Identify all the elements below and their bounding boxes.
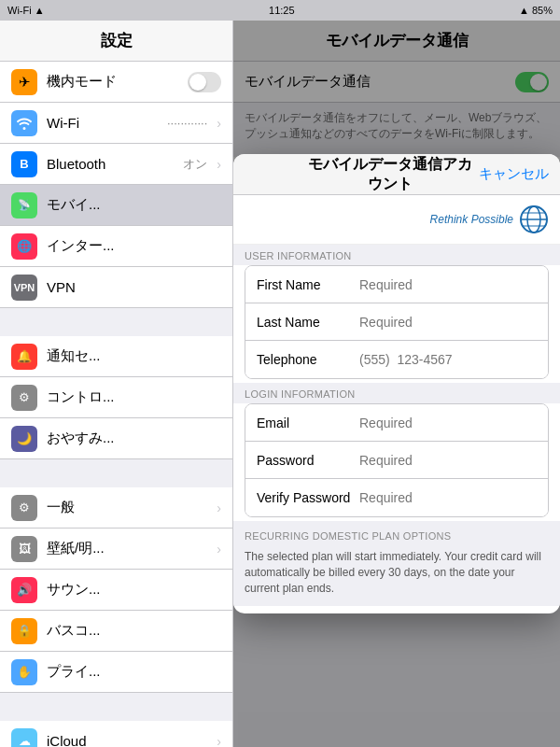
mobile-icon: 📡 <box>11 192 37 218</box>
modal-title: モバイルデータ通信アカウント <box>301 155 479 194</box>
firstname-field[interactable]: First Name <box>245 266 548 303</box>
modal-body: USER INFORMATION First Name Last Name Te… <box>233 245 560 613</box>
password-label: Password <box>257 453 359 468</box>
lastname-field[interactable]: Last Name <box>245 303 548 341</box>
notify-icon: 🔔 <box>11 344 37 370</box>
email-field[interactable]: Email <box>245 404 548 442</box>
sidebar-item-icloud[interactable]: ☁ iCloud › <box>0 721 232 747</box>
lastname-input[interactable] <box>359 315 537 330</box>
telephone-label: Telephone <box>257 352 359 367</box>
att-globe-icon <box>519 204 549 234</box>
status-left: Wi-Fi ▲ <box>7 5 45 16</box>
internet-icon: 🌐 <box>11 233 37 260</box>
section-gap-3 <box>0 693 232 721</box>
sidebar-item-airplane[interactable]: ✈ 機内モード <box>0 62 232 103</box>
bluetooth-icon: B <box>11 151 37 177</box>
wifi-label: Wi-Fi <box>47 115 158 131</box>
general-label: 一般 <box>47 499 207 516</box>
sidebar-item-wallpaper[interactable]: 🖼 壁紙/明... › <box>0 529 232 570</box>
sidebar-item-vpn[interactable]: VPN VPN <box>0 267 232 308</box>
main-content: モバイルデータ通信 モバイルデータ通信 モバイルデータ通信をオフにして、メール、… <box>233 21 560 747</box>
privacy-icon: ✋ <box>11 659 37 685</box>
att-rethink-text: Rethink Possible <box>430 213 513 226</box>
modal-cancel-button[interactable]: キャンセル <box>479 165 549 183</box>
control-icon: ⚙ <box>11 385 37 411</box>
passcode-icon: 🔒 <box>11 618 37 644</box>
icloud-chevron: › <box>217 734 221 748</box>
privacy-label: プライ... <box>47 663 221 681</box>
sidebar-item-dnd[interactable]: 🌙 おやすみ... <box>0 418 232 459</box>
sidebar-item-control[interactable]: ⚙ コントロ... <box>0 377 232 418</box>
telephone-input[interactable] <box>359 352 537 367</box>
general-chevron: › <box>217 500 221 515</box>
recurring-label: RECURRING DOMESTIC PLAN OPTIONS <box>245 525 549 545</box>
airplane-label: 機内モード <box>47 73 178 91</box>
verify-password-label: Verify Password <box>257 490 359 505</box>
modal: モバイルデータ通信アカウント キャンセル Rethink Possible <box>233 154 560 613</box>
wifi-icon: Wi-Fi ▲ <box>7 5 45 16</box>
telephone-field[interactable]: Telephone <box>245 341 548 378</box>
airplane-toggle[interactable] <box>188 72 221 92</box>
bluetooth-value: オン <box>183 156 207 173</box>
section-gap-2 <box>0 459 232 487</box>
password-input[interactable] <box>359 453 537 468</box>
lastname-label: Last Name <box>257 315 359 330</box>
sidebar-item-privacy[interactable]: ✋ プライ... <box>0 652 232 693</box>
dnd-label: おやすみ... <box>47 430 221 447</box>
vpn-label: VPN <box>47 279 221 295</box>
icloud-label: iCloud <box>47 733 207 747</box>
internet-label: インター... <box>47 237 221 255</box>
vpn-icon: VPN <box>11 275 37 301</box>
sidebar: 設定 ✈ 機内モード Wi-Fi ············ › B Blueto… <box>0 21 233 747</box>
sidebar-item-sound[interactable]: 🔊 サウン... <box>0 570 232 611</box>
verify-password-field[interactable]: Verify Password <box>245 479 548 516</box>
mobile-label: モバイ... <box>47 196 221 214</box>
icloud-icon: ☁ <box>11 728 37 748</box>
split-container: 設定 ✈ 機内モード Wi-Fi ············ › B Blueto… <box>0 21 560 747</box>
notify-label: 通知セ... <box>47 347 221 365</box>
wifi-icon <box>11 110 37 136</box>
firstname-label: First Name <box>257 277 359 292</box>
modal-header: モバイルデータ通信アカウント キャンセル <box>233 154 560 195</box>
sound-icon: 🔊 <box>11 577 37 603</box>
wifi-chevron: › <box>217 116 221 131</box>
password-field[interactable]: Password <box>245 442 548 479</box>
wallpaper-chevron: › <box>217 542 221 557</box>
section-gap-1 <box>0 308 232 336</box>
control-label: コントロ... <box>47 388 221 406</box>
bluetooth-chevron: › <box>217 157 221 172</box>
sound-label: サウン... <box>47 581 221 599</box>
wallpaper-label: 壁紙/明... <box>47 540 207 557</box>
sidebar-item-general[interactable]: ⚙ 一般 › <box>0 487 232 529</box>
login-info-section-label: LOGIN INFORMATION <box>233 383 560 403</box>
wallpaper-icon: 🖼 <box>11 536 37 562</box>
firstname-input[interactable] <box>359 277 537 292</box>
bluetooth-label: Bluetooth <box>47 156 174 172</box>
airplane-icon: ✈ <box>11 69 37 95</box>
sidebar-item-notify[interactable]: 🔔 通知セ... <box>0 336 232 377</box>
general-icon: ⚙ <box>11 495 37 521</box>
email-input[interactable] <box>359 416 537 430</box>
sidebar-item-mobile[interactable]: 📡 モバイ... <box>0 185 232 226</box>
recurring-section: RECURRING DOMESTIC PLAN OPTIONS The sele… <box>233 521 560 605</box>
passcode-label: バスコ... <box>47 622 221 640</box>
user-info-form: First Name Last Name Telephone <box>245 265 549 379</box>
login-info-form: Email Password Verify Password <box>245 403 549 517</box>
battery-icon: ▲ 85% <box>519 5 553 16</box>
sidebar-item-passcode[interactable]: 🔒 バスコ... <box>0 611 232 652</box>
sidebar-item-wifi[interactable]: Wi-Fi ············ › <box>0 103 232 144</box>
att-logo: Rethink Possible <box>430 204 549 234</box>
modal-overlay: モバイルデータ通信アカウント キャンセル Rethink Possible <box>233 21 560 747</box>
status-time: 11:25 <box>269 5 295 16</box>
status-right: ▲ 85% <box>519 5 553 16</box>
sidebar-title: 設定 <box>101 30 133 51</box>
sidebar-item-bluetooth[interactable]: B Bluetooth オン › <box>0 144 232 185</box>
dnd-icon: 🌙 <box>11 426 37 452</box>
verify-password-input[interactable] <box>359 490 537 505</box>
sidebar-item-internet[interactable]: 🌐 インター... <box>0 226 232 267</box>
wifi-value: ············ <box>167 116 207 130</box>
email-label: Email <box>257 416 359 430</box>
status-bar: Wi-Fi ▲ 11:25 ▲ 85% <box>0 0 560 21</box>
user-info-section-label: USER INFORMATION <box>233 245 560 265</box>
sidebar-header: 設定 <box>0 21 232 62</box>
